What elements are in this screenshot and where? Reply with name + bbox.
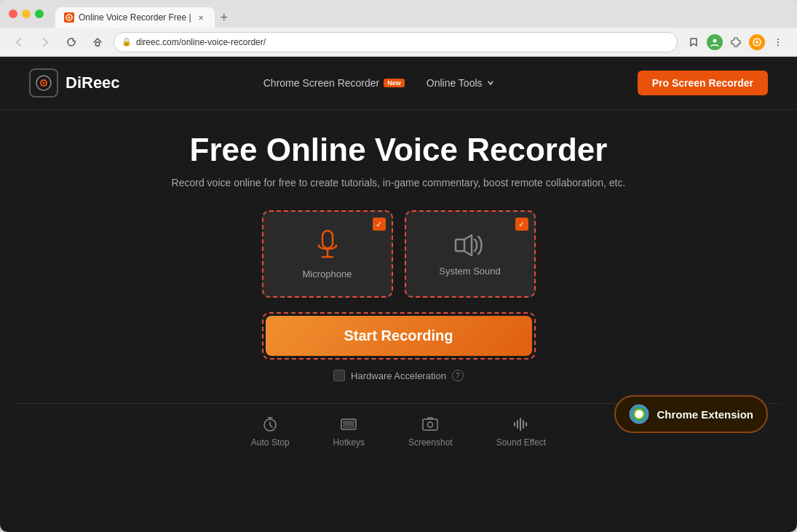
screenshot-icon	[421, 416, 439, 433]
microphone-icon	[314, 229, 341, 261]
bookmark-button[interactable]	[683, 32, 704, 52]
forward-button[interactable]	[35, 32, 55, 52]
lock-icon: 🔒	[122, 37, 132, 47]
svg-rect-27	[344, 425, 354, 427]
svg-rect-25	[347, 421, 350, 424]
microphone-label: Microphone	[303, 269, 352, 279]
svg-rect-26	[351, 421, 354, 424]
close-button[interactable]	[9, 9, 17, 18]
direec-extension-icon[interactable]	[749, 34, 765, 50]
hardware-acceleration-checkbox[interactable]	[333, 370, 345, 381]
minimize-button[interactable]	[22, 9, 31, 18]
home-button[interactable]	[87, 32, 108, 52]
svg-rect-28	[423, 419, 437, 430]
nav-center: Chrome Screen Recorder New Online Tools	[263, 77, 494, 89]
dropdown-arrow-icon	[487, 79, 494, 87]
svg-point-5	[756, 41, 758, 44]
hotkeys-icon	[340, 416, 357, 433]
feature-sound-effect-label: Sound Effect	[496, 437, 547, 448]
back-button[interactable]	[9, 32, 29, 52]
hardware-help-icon[interactable]: ?	[452, 370, 464, 381]
logo-text: DiReec	[66, 74, 120, 92]
tab-title: Online Voice Recorder Free |	[79, 12, 191, 23]
nav-online-tools[interactable]: Online Tools	[427, 77, 494, 89]
sound-effect-icon	[512, 416, 530, 433]
reload-button[interactable]	[61, 32, 82, 52]
feature-hotkeys[interactable]: Hotkeys	[333, 416, 365, 448]
system-sound-card[interactable]: ✓ System Sound	[405, 210, 536, 298]
hero-title: Free Online Voice Recorder	[190, 132, 608, 168]
chrome-logo-icon	[629, 404, 649, 424]
main-content: Free Online Voice Recorder Record voice …	[0, 110, 797, 462]
site-header: DiReec Chrome Screen Recorder New Online…	[0, 57, 797, 110]
svg-point-6	[777, 39, 779, 40]
address-text: direec.com/online-voice-recorder/	[136, 37, 266, 47]
pro-screen-recorder-button[interactable]: Pro Screen Recorder	[638, 71, 768, 95]
start-recording-wrap: Start Recording	[262, 312, 536, 360]
profile-button[interactable]	[707, 34, 723, 50]
recording-options: ✓ Microphone ✓	[262, 210, 536, 298]
svg-point-20	[635, 410, 643, 418]
hero-subtitle: Record voice online for free to create t…	[172, 177, 626, 188]
website-content: DiReec Chrome Screen Recorder New Online…	[0, 57, 797, 532]
system-sound-icon	[454, 232, 486, 258]
auto-stop-icon	[261, 416, 279, 433]
svg-rect-15	[456, 239, 464, 251]
svg-rect-24	[344, 421, 346, 424]
chrome-extension-button[interactable]: Chrome Extension	[614, 395, 768, 433]
new-badge: New	[384, 79, 405, 87]
svg-point-11	[43, 82, 45, 84]
tab-favicon	[64, 12, 74, 23]
svg-point-29	[428, 422, 433, 427]
feature-hotkeys-label: Hotkeys	[333, 437, 365, 448]
tab-close-button[interactable]: ✕	[196, 12, 206, 23]
start-recording-button[interactable]: Start Recording	[266, 316, 532, 356]
svg-rect-12	[322, 231, 333, 248]
system-sound-checkbox[interactable]: ✓	[515, 218, 528, 231]
toolbar-right	[683, 32, 788, 52]
feature-auto-stop[interactable]: Auto Stop	[251, 416, 290, 448]
system-sound-label: System Sound	[439, 266, 501, 277]
chrome-extension-label: Chrome Extension	[657, 408, 753, 421]
svg-rect-2	[96, 42, 100, 46]
browser-toolbar: 🔒 direec.com/online-voice-recorder/	[0, 28, 797, 57]
hardware-row: Hardware Acceleration ?	[333, 370, 464, 381]
extensions-button[interactable]	[726, 32, 746, 52]
feature-screenshot[interactable]: Screenshot	[408, 416, 453, 448]
new-tab-button[interactable]: +	[215, 7, 234, 28]
nav-chrome-screen-recorder[interactable]: Chrome Screen Recorder New	[263, 77, 405, 89]
svg-point-1	[68, 17, 71, 19]
feature-sound-effect[interactable]: Sound Effect	[496, 416, 547, 448]
menu-button[interactable]	[768, 32, 788, 52]
traffic-lights	[9, 9, 44, 18]
feature-screenshot-label: Screenshot	[408, 437, 453, 448]
hardware-acceleration-label: Hardware Acceleration	[351, 370, 446, 381]
logo: DiReec	[29, 68, 120, 98]
microphone-card[interactable]: ✓ Microphone	[262, 210, 393, 298]
tab-bar: Online Voice Recorder Free | ✕ +	[55, 0, 234, 28]
svg-point-8	[777, 44, 779, 46]
svg-point-7	[777, 41, 779, 43]
microphone-checkbox[interactable]: ✓	[373, 218, 386, 231]
maximize-button[interactable]	[35, 9, 44, 18]
svg-rect-23	[341, 419, 356, 429]
browser-frame: Online Voice Recorder Free | ✕ + 🔒 diree…	[0, 0, 797, 532]
logo-icon	[29, 68, 58, 98]
browser-titlebar: Online Voice Recorder Free | ✕ +	[0, 0, 797, 28]
active-tab[interactable]: Online Voice Recorder Free | ✕	[55, 7, 215, 28]
svg-point-3	[713, 39, 717, 42]
address-bar[interactable]: 🔒 direec.com/online-voice-recorder/	[114, 32, 678, 52]
feature-auto-stop-label: Auto Stop	[251, 437, 290, 448]
